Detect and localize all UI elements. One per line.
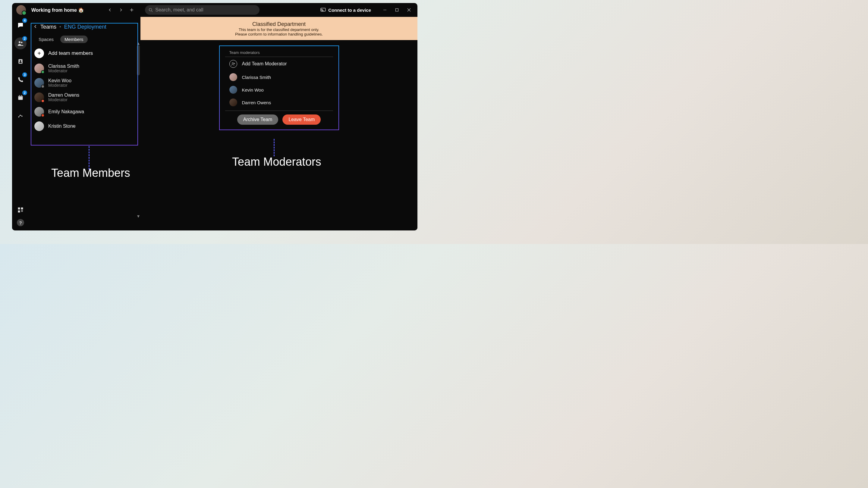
member-name: Kristin Stone [48, 124, 76, 129]
member-info: Kristin Stone [48, 124, 76, 129]
member-info: Kevin WooModerator [48, 78, 71, 88]
calendar-badge: 2 [22, 90, 27, 95]
annotation-label-members: Team Members [51, 167, 130, 180]
annotation-line-moderators [274, 139, 275, 156]
svg-point-2 [321, 11, 322, 11]
cast-icon [320, 8, 326, 12]
svg-point-5 [21, 42, 23, 43]
rail-chat[interactable]: 4 [14, 19, 27, 31]
app-body: 4 2 3 2 [12, 17, 417, 230]
rail-activity[interactable] [14, 110, 27, 122]
scroll-up-arrow[interactable]: ▴ [136, 41, 141, 45]
presence-indicator [41, 70, 44, 74]
activity-icon [18, 113, 24, 119]
moderator-name: Kevin Woo [242, 87, 264, 93]
maximize-button[interactable] [391, 5, 403, 15]
rail-apps[interactable] [16, 206, 25, 214]
member-avatar [34, 78, 44, 88]
add-moderator-icon [229, 60, 237, 68]
svg-rect-3 [396, 9, 398, 11]
search-placeholder: Search, meet, and call [155, 7, 203, 13]
new-button[interactable] [127, 5, 136, 15]
crumb-root[interactable]: Teams [40, 24, 56, 30]
moderators-card: Team moderators Add Team Moderator Clari… [219, 45, 339, 130]
rail-calls[interactable]: 3 [14, 73, 27, 86]
side-panel: Teams • ENG Deployment Spaces Members + … [29, 17, 141, 230]
window-controls [379, 5, 415, 15]
moderator-row[interactable]: Clarissa Smith [225, 71, 333, 84]
help-icon: ? [19, 220, 22, 225]
moderators-title: Team moderators [225, 50, 333, 57]
members-list: Clarissa SmithModeratorKevin WooModerato… [29, 61, 141, 133]
svg-rect-17 [18, 210, 20, 213]
member-row[interactable]: Clarissa SmithModerator [29, 61, 141, 76]
member-avatar [34, 64, 44, 73]
search-input[interactable]: Search, meet, and call [145, 5, 259, 15]
panel-tabs: Spaces Members [29, 36, 141, 43]
plus-icon: + [34, 48, 44, 58]
banner-title: Classified Department [141, 21, 417, 27]
crumb-back-button[interactable] [34, 24, 37, 30]
svg-point-4 [19, 41, 21, 43]
main-content: Classified Department This team is for t… [141, 17, 417, 230]
banner-line2: Please conform to information handling g… [141, 32, 417, 36]
member-avatar [34, 121, 44, 131]
moderator-row[interactable]: Kevin Woo [225, 84, 333, 96]
back-button[interactable] [105, 5, 115, 15]
scrollbar[interactable]: ▴ ▾ [136, 45, 141, 214]
forward-button[interactable] [116, 5, 126, 15]
svg-point-7 [20, 60, 22, 62]
member-info: Darren OwensModerator [48, 93, 79, 102]
apps-icon [18, 207, 24, 213]
member-row[interactable]: Kevin WooModerator [29, 76, 141, 90]
tab-spaces[interactable]: Spaces [34, 36, 58, 43]
add-moderator[interactable]: Add Team Moderator [225, 57, 333, 71]
chat-badge: 4 [22, 18, 27, 23]
svg-rect-11 [22, 95, 22, 96]
breadcrumb: Teams • ENG Deployment [29, 22, 141, 31]
connect-device[interactable]: Connect to a device [320, 7, 371, 13]
member-row[interactable]: Kristin Stone [29, 119, 141, 133]
archive-team-button[interactable]: Archive Team [237, 115, 278, 125]
presence-indicator [41, 99, 44, 103]
member-avatar [34, 93, 44, 102]
calls-badge: 3 [22, 72, 27, 77]
moderator-actions: Archive Team Leave Team [225, 115, 333, 125]
moderator-avatar [229, 73, 237, 81]
minimize-button[interactable] [379, 5, 391, 15]
phone-icon [18, 76, 24, 83]
rail-contacts[interactable] [14, 56, 27, 67]
scroll-down-arrow[interactable]: ▾ [136, 214, 141, 218]
svg-rect-9 [19, 96, 23, 97]
add-team-members[interactable]: + Add team members [29, 48, 141, 58]
presence-indicator [41, 113, 44, 117]
rail-teams[interactable]: 2 [14, 37, 27, 50]
member-info: Emily Nakagawa [48, 109, 84, 115]
svg-point-0 [149, 8, 152, 11]
svg-rect-16 [21, 207, 23, 210]
moderator-name: Clarissa Smith [242, 75, 271, 80]
member-role: Moderator [48, 68, 79, 73]
rail-calendar[interactable]: 2 [14, 92, 27, 104]
member-row[interactable]: Darren OwensModerator [29, 90, 141, 104]
tab-members[interactable]: Members [60, 36, 88, 43]
user-status[interactable]: Working from home 🏠 [31, 7, 84, 13]
svg-rect-10 [19, 95, 20, 96]
divider [225, 110, 333, 111]
banner-line1: This team is for the classified departme… [141, 27, 417, 32]
rail-help[interactable]: ? [17, 219, 24, 226]
add-moderator-label: Add Team Moderator [242, 61, 287, 67]
moderator-name: Darren Owens [242, 100, 271, 105]
nav-rail: 4 2 3 2 [12, 17, 29, 230]
leave-team-button[interactable]: Leave Team [282, 115, 321, 125]
close-button[interactable] [403, 5, 415, 15]
user-avatar[interactable] [16, 5, 26, 15]
member-role: Moderator [48, 97, 79, 102]
scrollbar-thumb[interactable] [137, 45, 140, 75]
search-icon [149, 8, 153, 12]
member-row[interactable]: Emily Nakagawa [29, 104, 141, 119]
moderator-row[interactable]: Darren Owens [225, 96, 333, 109]
svg-rect-15 [18, 207, 20, 210]
crumb-team-name[interactable]: ENG Deployment [64, 24, 106, 30]
member-avatar [34, 107, 44, 117]
